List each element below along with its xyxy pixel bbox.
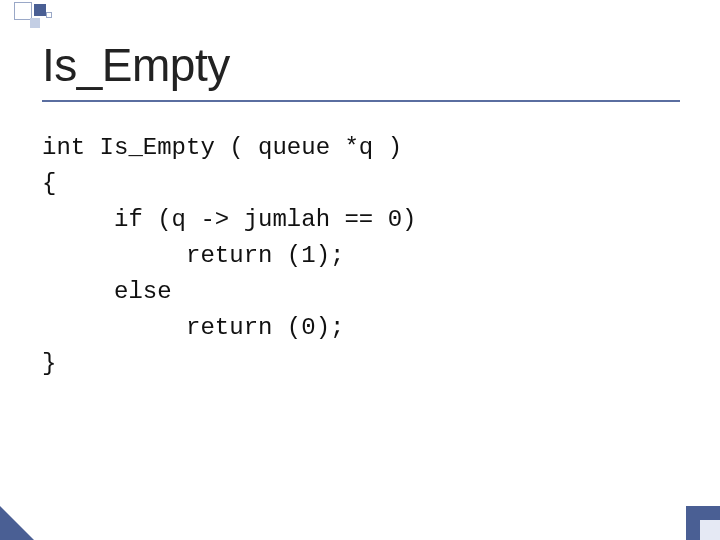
code-line: { [42,170,56,197]
code-line: else [42,278,172,305]
accent-square-icon [34,4,46,16]
code-line: if (q -> jumlah == 0) [42,206,416,233]
code-block: int Is_Empty ( queue *q ) { if (q -> jum… [42,130,416,382]
code-line: int Is_Empty ( queue *q ) [42,134,402,161]
accent-square-icon [46,12,52,18]
code-line: } [42,350,56,377]
slide: Is_Empty int Is_Empty ( queue *q ) { if … [0,0,720,540]
slide-title: Is_Empty [42,38,230,92]
code-line: return (1); [42,242,344,269]
code-line: return (0); [42,314,344,341]
corner-accent-icon [700,520,720,540]
title-rule [42,100,680,102]
accent-square-icon [30,18,40,28]
corner-accent-icon [0,506,34,540]
